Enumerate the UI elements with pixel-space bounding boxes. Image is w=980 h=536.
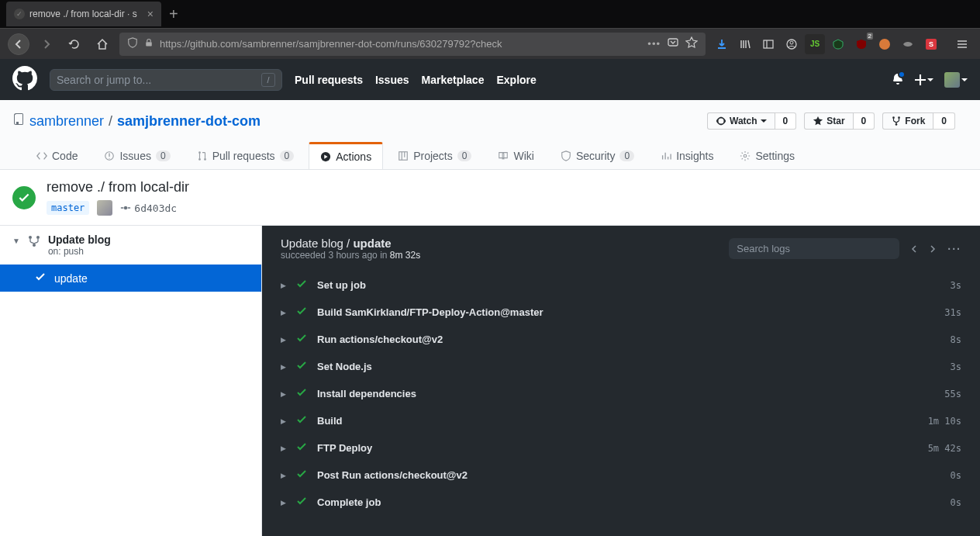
step-name: FTP Deploy <box>317 442 919 454</box>
watch-button-group[interactable]: Watch 0 <box>707 112 796 130</box>
notifications-icon[interactable] <box>892 72 904 87</box>
nav-issues[interactable]: Issues <box>375 74 409 86</box>
workflow-item[interactable]: ▼ Update blog on: push <box>0 226 261 265</box>
create-menu[interactable] <box>915 74 933 85</box>
job-name: update <box>54 272 88 285</box>
repo-title-row: sambrenner / samjbrenner-dot-com Watch 0… <box>12 112 955 130</box>
sidebar-icon[interactable] <box>758 34 778 54</box>
url-text: https://github.com/sambrenner/samjbrenne… <box>160 38 641 50</box>
tab-title: remove ./ from local-dir · s <box>29 9 143 19</box>
lock-icon <box>144 38 154 50</box>
step-name: Run actions/checkout@v2 <box>317 334 941 345</box>
log-step[interactable]: ▶Complete job0s <box>262 489 980 516</box>
ext-icon-2[interactable] <box>828 34 848 54</box>
user-menu[interactable] <box>944 72 968 88</box>
download-icon[interactable] <box>712 34 732 54</box>
home-button[interactable] <box>91 33 113 55</box>
repo-tabs: Code Issues0 Pull requests0 Actions Proj… <box>0 142 980 169</box>
tab-wiki[interactable]: Wiki <box>486 142 545 169</box>
tab-security[interactable]: Security0 <box>549 142 646 169</box>
url-bar[interactable]: https://github.com/sambrenner/samjbrenne… <box>119 33 706 56</box>
ext-icon-5[interactable] <box>898 34 918 54</box>
svg-point-17 <box>29 236 32 239</box>
ext-icon-6[interactable]: S <box>921 34 941 54</box>
tab-projects[interactable]: Projects0 <box>386 142 483 169</box>
caret-down-icon <box>961 78 968 81</box>
triangle-right-icon: ▶ <box>281 363 286 371</box>
hamburger-menu-icon[interactable] <box>952 34 972 54</box>
commit-author-avatar[interactable] <box>97 200 112 216</box>
triangle-right-icon: ▶ <box>281 417 286 425</box>
log-step[interactable]: ▶Set up job3s <box>262 271 980 299</box>
path-separator: / <box>109 113 112 130</box>
tab-pull-requests[interactable]: Pull requests0 <box>185 142 306 169</box>
fork-button-group[interactable]: Fork 0 <box>882 112 955 130</box>
repo-name-link[interactable]: samjbrenner-dot-com <box>117 113 261 130</box>
log-step[interactable]: ▶Run actions/checkout@v28s <box>262 326 980 353</box>
step-name: Post Run actions/checkout@v2 <box>317 469 941 481</box>
fork-count[interactable]: 0 <box>933 112 955 130</box>
job-item-active[interactable]: update <box>0 265 261 292</box>
ublock-icon[interactable]: 2 <box>851 34 871 54</box>
nav-pull-requests[interactable]: Pull requests <box>295 74 363 86</box>
github-logo-icon[interactable] <box>12 66 37 93</box>
bookmark-star-icon[interactable] <box>685 36 698 51</box>
tab-code[interactable]: Code <box>25 142 89 169</box>
browser-tab[interactable]: ✓ remove ./ from local-dir · s × <box>6 2 161 26</box>
next-icon[interactable] <box>929 243 937 255</box>
step-duration: 5m 42s <box>928 443 961 454</box>
log-step[interactable]: ▶Post Run actions/checkout@v20s <box>262 462 980 489</box>
account-icon[interactable] <box>782 34 802 54</box>
search-input[interactable] <box>57 74 261 86</box>
library-icon[interactable] <box>735 34 755 54</box>
new-tab-button[interactable]: + <box>169 5 178 23</box>
nav-explore[interactable]: Explore <box>496 74 536 86</box>
tab-close-button[interactable]: × <box>147 8 154 20</box>
ext-icon-1[interactable]: JS <box>805 34 825 54</box>
step-name: Install dependencies <box>317 388 935 399</box>
branch-tag[interactable]: master <box>47 201 89 215</box>
triangle-right-icon: ▶ <box>281 444 286 452</box>
repo-owner-link[interactable]: sambrenner <box>29 113 104 130</box>
tab-actions[interactable]: Actions <box>309 142 383 169</box>
reload-button[interactable] <box>64 33 85 55</box>
browser-chrome: ✓ remove ./ from local-dir · s × + https… <box>0 0 980 59</box>
star-count[interactable]: 0 <box>854 112 875 130</box>
nav-marketplace[interactable]: Marketplace <box>422 74 485 86</box>
github-search[interactable]: / <box>50 69 282 91</box>
slash-icon: / <box>261 73 275 87</box>
check-icon <box>295 495 308 510</box>
forward-button[interactable] <box>36 33 57 55</box>
search-logs-input[interactable] <box>729 238 899 259</box>
watch-count[interactable]: 0 <box>775 112 797 130</box>
triangle-right-icon: ▶ <box>281 282 286 289</box>
svg-point-5 <box>790 41 793 44</box>
pocket-icon[interactable] <box>667 36 679 51</box>
workflow-sidebar: ▼ Update blog on: push update <box>0 226 262 536</box>
step-duration: 3s <box>951 361 961 372</box>
kebab-icon[interactable]: ··· <box>947 243 961 255</box>
tab-settings[interactable]: Settings <box>728 142 806 169</box>
log-step[interactable]: ▶Set Node.js3s <box>262 353 980 380</box>
tab-issues[interactable]: Issues0 <box>92 142 181 169</box>
svg-point-15 <box>744 154 747 157</box>
svg-rect-14 <box>399 152 408 161</box>
prev-icon[interactable] <box>910 243 918 255</box>
workflow-trigger: on: push <box>48 246 111 257</box>
tab-insights[interactable]: Insights <box>649 142 725 169</box>
svg-point-18 <box>36 236 40 239</box>
back-button[interactable] <box>8 33 29 55</box>
ext-icon-4[interactable] <box>875 34 895 54</box>
check-icon <box>34 271 47 285</box>
log-step[interactable]: ▶Install dependencies55s <box>262 380 980 407</box>
step-duration: 0s <box>951 497 961 508</box>
log-step[interactable]: ▶Build1m 10s <box>262 407 980 434</box>
meatballs-icon[interactable]: ••• <box>647 38 661 50</box>
browser-toolbar: https://github.com/sambrenner/samjbrenne… <box>0 28 980 59</box>
check-icon <box>295 332 308 347</box>
star-button-group[interactable]: Star 0 <box>804 112 875 130</box>
log-step[interactable]: ▶Build SamKirkland/FTP-Deploy-Action@mas… <box>262 299 980 326</box>
step-name: Build <box>317 415 919 427</box>
commit-sha[interactable]: 6d403dc <box>120 202 177 214</box>
log-step[interactable]: ▶FTP Deploy5m 42s <box>262 434 980 462</box>
